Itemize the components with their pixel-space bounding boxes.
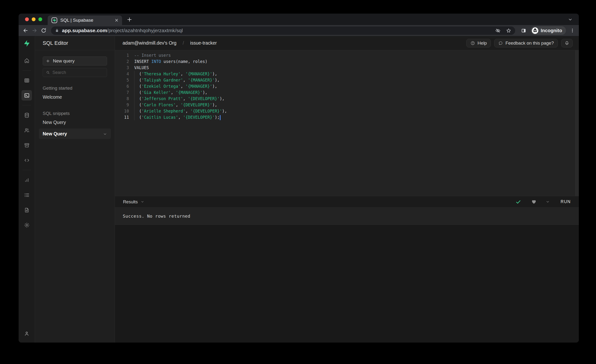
code-line: 5 ('Taliyah Gardner', '{MANAGER}'), [115, 77, 579, 83]
new-query-button[interactable]: New query [43, 57, 107, 66]
incognito-icon [532, 27, 538, 34]
sidebar-item[interactable]: New Query [39, 128, 111, 139]
browser-tab[interactable]: SQL | Supabase [48, 15, 122, 25]
sql-editor-sidebar: SQL Editor New query Getting startedWelc… [35, 36, 115, 342]
line-number: 8 [115, 96, 134, 102]
minimize-window-button[interactable] [32, 17, 36, 21]
supabase-logo[interactable] [19, 36, 35, 51]
breadcrumb-project[interactable]: issue-tracker [190, 40, 217, 46]
run-options-chevron-icon[interactable] [546, 200, 550, 204]
incognito-badge: Incognito [531, 26, 566, 35]
rail-home-button[interactable] [22, 55, 32, 66]
supabase-logo-icon [23, 40, 30, 47]
maximize-window-button[interactable] [38, 17, 42, 21]
sidebar-sections: Getting startedWelcomeSQL snippetsNew Qu… [39, 86, 111, 139]
help-label: Help [477, 41, 487, 46]
sidebar-item-label: New Query [43, 131, 67, 137]
code-lines: 1-- Insert users2INSERT INTO users(name,… [115, 52, 579, 120]
tab-search-chevron-icon[interactable] [568, 17, 573, 22]
forward-button[interactable] [31, 27, 38, 34]
settings-icon [24, 222, 30, 228]
sql-editor-icon [24, 92, 30, 98]
browser-menu-button[interactable] [570, 28, 575, 33]
tab-title: SQL | Supabase [60, 18, 114, 23]
rail-edge-functions-button[interactable] [22, 155, 32, 165]
success-check-icon [515, 199, 521, 205]
sql-code-editor[interactable]: 1-- Insert users2INSERT INTO users(name,… [115, 50, 579, 196]
rail-divider [22, 105, 31, 105]
rail-sql-editor-button[interactable] [22, 90, 32, 101]
code-line: 2INSERT INTO users(name, roles) [115, 58, 579, 65]
page-title: SQL Editor [43, 40, 68, 46]
search-input[interactable] [52, 70, 104, 75]
line-number: 9 [115, 102, 134, 108]
account-icon [24, 331, 30, 336]
main-content: adam@windmill.dev's Org / issue-tracker … [115, 36, 579, 342]
rail-auth-users-button[interactable] [22, 125, 32, 135]
breadcrumb-separator: / [183, 40, 184, 46]
edge-functions-icon [24, 157, 30, 163]
line-number: 10 [115, 108, 134, 114]
side-panel-icon[interactable] [521, 28, 526, 33]
eye-off-icon[interactable] [495, 28, 501, 33]
sidebar-item[interactable]: Welcome [39, 92, 111, 102]
window-controls [25, 17, 42, 21]
code-line: 10 ('Arielle Shepherd', '{DEVELOPER}'), [115, 108, 579, 114]
favorite-button[interactable] [531, 199, 537, 205]
sidebar-item[interactable]: New Query [39, 117, 111, 127]
feedback-button[interactable]: Feedback on this page? [494, 39, 558, 47]
nav-rail [19, 36, 35, 342]
results-dropdown[interactable]: Results [123, 199, 144, 205]
rail-table-editor-button[interactable] [22, 75, 32, 86]
close-window-button[interactable] [25, 17, 29, 21]
rail-settings-button[interactable] [22, 220, 32, 230]
success-message: Success. No rows returned [123, 214, 190, 219]
new-tab-button[interactable] [126, 16, 133, 23]
section-label: SQL snippets [39, 111, 111, 116]
address-bar[interactable]: app.supabase.com/project/azahtnhqohyjerz… [51, 26, 515, 35]
chat-bubble-icon [498, 41, 503, 45]
plus-icon [46, 59, 50, 63]
breadcrumb-org[interactable]: adam@windmill.dev's Org [123, 40, 176, 46]
code-text: ('Taliyah Gardner', '{MANAGER}'), [134, 77, 220, 83]
line-number: 4 [115, 71, 134, 77]
code-line: 7 ('Gia Keller', '{MANAGER}'), [115, 89, 579, 96]
results-toolbar: Results RUN [115, 196, 579, 207]
browser-window: SQL | Supabase app.supabase.com/project/… [19, 14, 579, 342]
rail-database-button[interactable] [22, 110, 32, 120]
rail-divider [22, 70, 31, 71]
code-text: -- Insert users [134, 52, 171, 58]
rail-reports-button[interactable] [22, 175, 32, 185]
logs-icon [24, 192, 30, 198]
bookmark-star-icon[interactable] [506, 28, 511, 33]
help-button[interactable]: Help [466, 39, 491, 47]
indent-guide [134, 71, 134, 120]
reload-button[interactable] [41, 27, 47, 34]
section-label: Getting started [39, 86, 111, 91]
code-text: ('Arielle Shepherd', '{DEVELOPER}'), [134, 108, 227, 114]
code-line: 9 ('Carlo Flores', '{DEVELOPER}'), [115, 102, 579, 108]
rail-storage-button[interactable] [22, 140, 32, 150]
rail-api-docs-button[interactable] [22, 205, 32, 215]
api-docs-icon [24, 207, 30, 213]
code-text: ('Theresa Hurley', '{MANAGER}'), [134, 71, 217, 77]
rail-logs-button[interactable] [22, 190, 32, 200]
storage-icon [24, 142, 30, 148]
line-number: 5 [115, 77, 134, 83]
auth-users-icon [24, 127, 30, 133]
line-number: 11 [115, 114, 134, 120]
tab-close-icon[interactable] [114, 18, 119, 23]
incognito-label: Incognito [541, 28, 562, 33]
account-button[interactable] [22, 328, 32, 339]
supabase-favicon-icon [52, 17, 57, 23]
sidebar-item-label: Welcome [43, 94, 62, 100]
url-domain: app.supabase.com [62, 28, 107, 33]
database-icon [24, 112, 30, 118]
back-button[interactable] [22, 27, 29, 34]
line-number: 3 [115, 65, 134, 71]
incognito-avatar [532, 27, 538, 34]
run-button[interactable]: RUN [561, 199, 571, 204]
code-line: 11 ('Caitlin Lucas', '{DEVELOPER}'); [115, 114, 579, 120]
code-line: 3VALUES [115, 65, 579, 71]
notifications-button[interactable] [561, 39, 573, 47]
